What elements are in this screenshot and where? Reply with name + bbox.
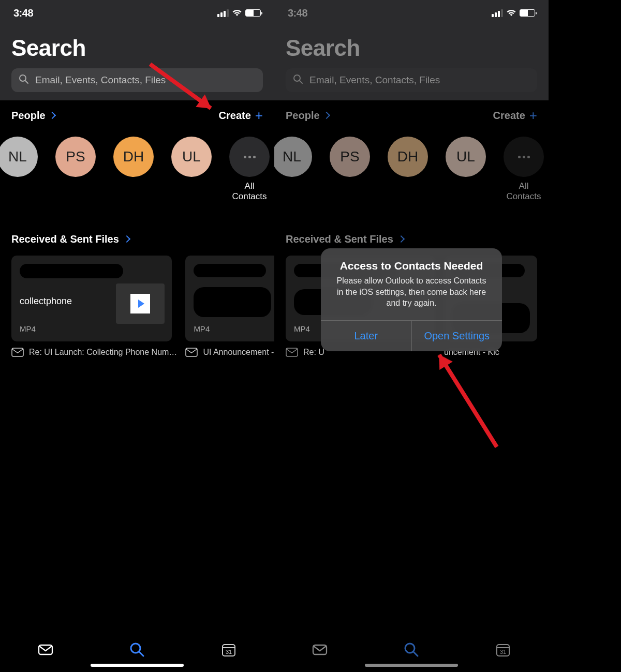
battery-icon <box>520 9 535 17</box>
avatar-initials: PS <box>55 137 96 177</box>
home-indicator[interactable] <box>91 664 184 667</box>
contact-avatar[interactable]: NL <box>0 137 38 202</box>
people-row: NL PS DH UL All Contacts <box>0 122 274 202</box>
avatar-initials: NL <box>274 137 312 177</box>
file-ext: MP4 <box>194 324 270 333</box>
alert-later-button[interactable]: Later <box>321 321 412 351</box>
all-contacts-button[interactable]: All Contacts <box>503 137 544 202</box>
contact-avatar[interactable]: UL <box>445 137 486 202</box>
status-icons <box>492 9 535 17</box>
file-card[interactable]: collectphone MP4 <box>11 256 172 341</box>
wifi-icon <box>232 9 242 17</box>
svg-text:31: 31 <box>500 649 506 655</box>
people-section-row: People Create + <box>274 100 549 122</box>
alert-dialog: Access to Contacts Needed Please allow O… <box>321 248 502 351</box>
mail-icon <box>286 348 298 357</box>
wifi-icon <box>506 9 516 17</box>
tab-mail[interactable] <box>310 640 329 659</box>
people-link[interactable]: People <box>286 110 329 122</box>
file-source-text: Re: UI Launch: Collecting Phone Num… <box>29 348 177 357</box>
create-contact-button[interactable]: Create + <box>493 109 537 122</box>
mail-icon <box>185 348 198 357</box>
svg-line-6 <box>139 652 143 656</box>
search-input[interactable]: Email, Events, Contacts, Files <box>11 68 263 92</box>
plus-icon: + <box>529 109 537 122</box>
svg-point-10 <box>294 75 300 81</box>
more-icon <box>504 137 544 177</box>
alert-open-settings-button[interactable]: Open Settings <box>412 321 502 351</box>
tab-search[interactable] <box>128 640 146 659</box>
contact-avatar[interactable]: PS <box>329 137 371 202</box>
search-icon <box>19 74 29 86</box>
people-section-row: People Create + <box>0 100 274 122</box>
contact-avatar[interactable]: DH <box>113 137 154 202</box>
avatar-initials: UL <box>171 137 212 177</box>
svg-point-0 <box>20 75 26 81</box>
alert-title: Access to Contacts Needed <box>321 248 502 275</box>
tab-bar: 31 <box>0 620 274 672</box>
people-link[interactable]: People <box>11 110 55 122</box>
avatar-initials: DH <box>113 137 154 177</box>
alert-buttons: Later Open Settings <box>321 320 502 351</box>
all-contacts-button[interactable]: All Contacts <box>229 137 270 202</box>
header: 3:48 Search Email, Events, Contacts, Fil… <box>274 0 549 100</box>
chevron-right-icon <box>49 112 56 119</box>
contact-avatar[interactable]: NL <box>274 137 313 202</box>
file-source-row[interactable]: Re: UI Launch: Collecting Phone Num… <box>11 348 177 357</box>
search-placeholder: Email, Events, Contacts, Files <box>35 74 166 86</box>
cellular-icon <box>492 9 503 17</box>
battery-icon <box>245 9 261 17</box>
people-label: People <box>286 110 320 122</box>
status-time: 3:48 <box>288 7 307 19</box>
people-row: NL PS DH UL All Contacts <box>274 122 549 202</box>
create-label: Create <box>493 110 525 122</box>
files-section: Received & Sent Files collectphone MP4 R… <box>0 202 274 357</box>
svg-rect-2 <box>12 348 23 356</box>
plus-icon: + <box>255 109 263 122</box>
files-row: collectphone MP4 Re: UI Launch: Collecti… <box>11 256 274 357</box>
people-label: People <box>11 110 46 122</box>
search-icon <box>293 74 303 86</box>
header: 3:48 Search Email, Events, Contacts, Fil… <box>0 0 274 100</box>
file-source-text: Re: U <box>303 348 324 357</box>
avatar-initials: DH <box>388 137 428 177</box>
svg-line-1 <box>25 81 28 83</box>
file-card[interactable]: MP4 <box>185 256 274 341</box>
files-link[interactable]: Received & Sent Files <box>11 233 274 245</box>
contact-avatar[interactable]: UL <box>171 137 212 202</box>
search-input[interactable]: Email, Events, Contacts, Files <box>286 68 537 92</box>
svg-rect-3 <box>186 348 197 356</box>
avatar-initials: PS <box>330 137 370 177</box>
contact-avatar[interactable]: PS <box>55 137 96 202</box>
tab-calendar[interactable]: 31 <box>219 640 238 659</box>
status-icons <box>217 9 261 17</box>
mail-icon <box>11 348 24 357</box>
page-title: Search <box>11 35 263 61</box>
play-icon <box>130 294 150 313</box>
cellular-icon <box>217 9 229 17</box>
more-icon <box>229 137 270 177</box>
all-contacts-label: All Contacts <box>506 181 541 202</box>
create-label: Create <box>219 110 251 122</box>
files-label: Received & Sent Files <box>11 233 119 245</box>
contact-avatar[interactable]: DH <box>387 137 428 202</box>
avatar-initials: UL <box>446 137 486 177</box>
file-thumbnail <box>116 283 165 324</box>
tab-search[interactable] <box>402 640 421 659</box>
chevron-right-icon <box>123 235 130 243</box>
files-link[interactable]: Received & Sent Files <box>286 233 549 245</box>
svg-line-15 <box>413 652 418 656</box>
create-contact-button[interactable]: Create + <box>219 109 263 122</box>
tab-calendar[interactable]: 31 <box>494 640 512 659</box>
home-indicator[interactable] <box>365 664 458 667</box>
page-title: Search <box>286 35 537 61</box>
file-ext: MP4 <box>20 324 164 333</box>
tab-bar: 31 <box>274 620 549 672</box>
tab-mail[interactable] <box>36 640 55 659</box>
file-source-row[interactable]: UI Announcement - Kic <box>185 348 274 357</box>
all-contacts-label: All Contacts <box>232 181 267 202</box>
status-time: 3:48 <box>13 7 33 19</box>
svg-rect-12 <box>286 348 298 356</box>
avatar-initials: NL <box>0 137 38 177</box>
status-bar: 3:48 <box>286 0 537 26</box>
